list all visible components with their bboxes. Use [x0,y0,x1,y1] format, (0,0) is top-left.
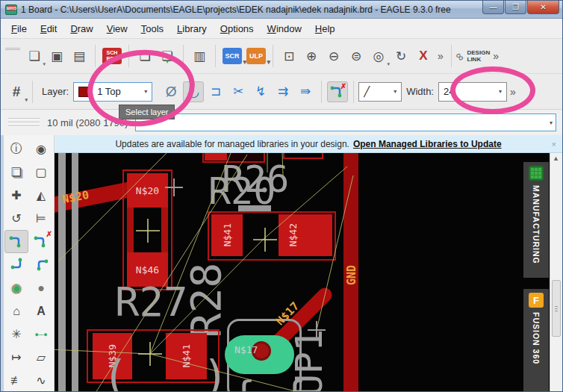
scrollbar-thumb[interactable] [552,280,561,337]
grid-icon[interactable]: #▾ [6,81,27,102]
walkaround-icon[interactable]: ⇉ [273,81,293,102]
zoom-redraw-icon[interactable]: ◎▾ [368,46,389,66]
ref-r27[interactable]: R27 [115,279,188,326]
arc-route-icon[interactable]: ◡ [183,81,204,102]
banner-link[interactable]: Open Managed Libraries to Update [353,139,502,149]
wire-bend-off-icon[interactable]: Ø [161,81,181,102]
layer-value: 1 Top [97,86,121,97]
menu-help[interactable]: Help [309,20,341,37]
script-icon[interactable]: SCR▾ [223,48,242,64]
menu-library[interactable]: Library [171,20,213,37]
show-icon[interactable]: ◉ [29,137,53,161]
cam-output-icon[interactable]: ❏ [134,46,155,66]
cursor-coordinates: 10 mil (2080 1790) [47,117,128,128]
ref-up1[interactable]: UP1 [287,322,331,392]
pad-strip [127,208,134,252]
minimize-button[interactable]: — [482,0,504,14]
zoom-in-icon[interactable]: ⊕ [301,46,322,66]
pad-n42[interactable]: N$42 [279,214,332,256]
name-icon[interactable]: ⊨ [29,207,53,230]
maximize-button[interactable]: ❐ [505,0,526,14]
toolbar1-overflow[interactable]: » [435,50,447,62]
via-label-n17[interactable]: N$17 [234,344,258,355]
canvas-area: N$20 N$46 R28 R26 R20 N$41 N$42 [55,153,562,392]
library-icon[interactable]: ▥ [189,46,210,66]
pad-n41-bottom[interactable]: N$41 [166,333,207,379]
sch-brd-switch-icon[interactable]: SCHBRD [102,48,122,64]
zoom-select-icon[interactable]: ⊜ [346,46,367,66]
pin-arrow-icon[interactable]: ↦ [4,346,28,369]
zoom-out-icon[interactable]: ⊖ [323,46,344,66]
ulp-icon[interactable]: ULP▾ [246,48,266,64]
app-icon: BRD [5,4,17,15]
board-canvas[interactable]: N$20 N$46 R28 R26 R20 N$41 N$42 [55,153,551,392]
silk-edge-bar [72,153,78,392]
tab-manufacturing[interactable]: MANUFACTURING [523,162,549,278]
net-label-gnd[interactable]: GND [345,265,358,285]
silk-brace: ( [102,352,128,392]
update-banner: Updates are available for managed librar… [55,135,562,153]
design-link-overflow[interactable]: » [490,50,502,62]
menu-window[interactable]: Window [261,20,308,37]
menu-file[interactable]: File [5,20,33,37]
miter-icon[interactable]: ⊐ [205,81,226,102]
silk-edge-bar [58,153,66,392]
signal-layers-icon[interactable]: ≢ [4,369,28,392]
width-value: 24 [444,86,454,97]
menu-draw[interactable]: Draw [64,20,99,37]
menu-view[interactable]: View [101,20,134,37]
menu-options[interactable]: Options [214,20,260,37]
ratsnest-icon[interactable]: ✳ [4,323,28,346]
mirror-icon[interactable]: ◭ [29,184,53,207]
cam-processor-icon[interactable]: ❏▼ [157,46,178,66]
command-input[interactable] [135,113,556,131]
banner-close-icon[interactable]: × [552,140,556,149]
close-button[interactable]: ✕ [527,0,559,14]
route-auto-icon[interactable] [29,253,53,276]
split-icon[interactable]: ✂ [228,81,249,102]
group-select-icon[interactable]: ▢ [29,161,53,184]
zoom-fit-icon[interactable]: ⊡ [279,46,299,66]
ripup-icon[interactable]: ✗ [29,230,53,253]
wire-icon[interactable]: ●─● [29,323,53,346]
tool-dock: ⓘ ◉ ❏ ▢ ✚ ◭ ↺ ⊨ ✗ ◉ ● ⌂ A ✳ ●─● ↦ ▱ ≢ ∿ [1,135,55,392]
line-style-dropdown[interactable]: ╱ ▾ [358,82,402,102]
bend-45-icon[interactable]: ↯ [250,81,271,102]
route-diff-icon[interactable] [4,253,28,276]
redraw-icon[interactable]: ↻ [391,46,411,66]
new-document-icon[interactable]: ❏▾ [24,46,45,66]
meander-icon[interactable]: ∿ [29,369,53,392]
silk-brace: { [232,373,255,392]
text-tool-icon[interactable]: A [29,299,53,323]
toolbar2-overflow[interactable]: » [507,86,519,98]
rotate-icon[interactable]: ↺ [4,207,28,230]
push-route-icon[interactable]: ⇛ [295,81,316,102]
via-icon[interactable]: ◉ [4,276,28,299]
exchange-icon[interactable]: Χ [413,46,434,66]
info-icon[interactable]: ⓘ [4,137,28,161]
move-icon[interactable]: ✚ [4,184,28,207]
polygon-icon[interactable]: ⌂ [4,299,28,323]
link-icon: ∞ [455,51,465,61]
layer-settings-icon[interactable]: ❏ [4,161,28,184]
pad-n20[interactable]: N$20 [127,173,168,208]
scroll-up-icon[interactable]: ▲ [553,155,559,162]
width-combobox[interactable]: 24 ▾ [438,82,507,102]
pad-n41-top[interactable]: N$41 [211,214,243,256]
route-tool-icon[interactable] [4,230,28,253]
print-icon[interactable]: ▤ [69,46,90,66]
tab-fusion-360[interactable]: F FUSION 360 [523,289,549,392]
design-link-button[interactable]: ∞ DESIGNLINK [456,49,490,63]
ripup-walk-icon[interactable]: ✗ [327,81,348,102]
parameter-toolbar: #▾ Layer: 1 Top ▾ Ø ◡ ⊐ ✂ ↯ ⇉ ⇛ ✗ ╱ ▾ Wi… [1,74,562,110]
menu-edit[interactable]: Edit [34,20,63,37]
chevron-down-icon[interactable]: ▾ [550,119,553,126]
vertical-scrollbar[interactable]: ▲ [550,153,562,392]
circle-icon[interactable]: ● [29,276,53,299]
menu-tools[interactable]: Tools [135,20,169,37]
layer-dropdown[interactable]: 1 Top ▾ [73,82,152,102]
shape-icon[interactable]: ▱ [29,346,53,369]
chip-icon [529,166,544,181]
save-icon[interactable]: ▣ [46,46,67,66]
chevron-down-icon: ▾ [144,88,147,95]
